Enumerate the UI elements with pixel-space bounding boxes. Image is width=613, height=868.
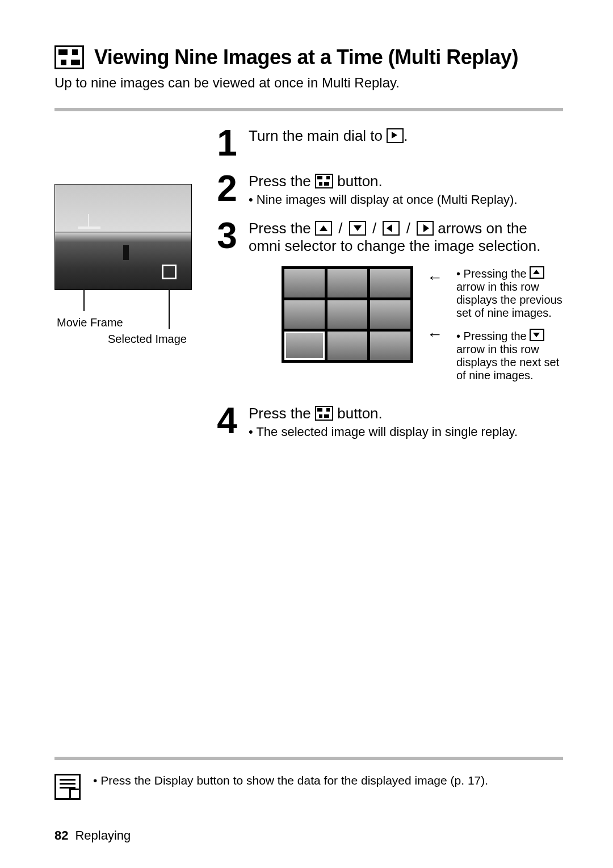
step-3: 3 Press the / / / arrows on the omni sel… xyxy=(216,220,563,391)
note-down: Pressing the arrow in this row displays … xyxy=(456,329,563,382)
step-4: 4 Press the button. The selected image w… xyxy=(216,405,563,439)
caption-movie-frame: Movie Frame xyxy=(57,316,204,329)
step-number: 1 xyxy=(216,127,238,160)
separator xyxy=(54,108,563,111)
page-footer: 82Replaying xyxy=(54,828,131,843)
caption-selected-image: Selected Image xyxy=(108,333,204,346)
right-column: 1 Turn the main dial to . 2 Press the bu… xyxy=(216,127,563,452)
pointer-left-icon: ← xyxy=(423,270,446,286)
step-number: 2 xyxy=(216,173,238,207)
intro-text: Up to nine images can be viewed at once … xyxy=(54,75,563,91)
page-number: 82 xyxy=(54,828,68,842)
pointer-arrows: ← ← xyxy=(423,266,446,342)
step-bullet: Nine images will display at once (Multi … xyxy=(249,192,563,207)
note-text: Press the Display button to show the dat… xyxy=(93,774,488,787)
step-bullet: The selected image will display in singl… xyxy=(249,425,563,439)
down-arrow-icon xyxy=(349,221,366,236)
note-up: Pressing the arrow in this row displays … xyxy=(456,266,563,320)
step-text: Press the / / / arrows on the omni selec… xyxy=(249,220,541,254)
note-icon xyxy=(54,774,81,800)
pointer-left-icon: ← xyxy=(423,326,446,342)
step-text: Press the button. xyxy=(249,405,383,422)
selected-thumbnail xyxy=(284,332,325,360)
content: Movie Frame Selected Image 1 Turn the ma… xyxy=(54,127,563,452)
multi-replay-button-icon xyxy=(315,174,333,188)
page-title: Viewing Nine Images at a Time (Multi Rep… xyxy=(94,45,518,69)
step-text: Turn the main dial to . xyxy=(249,127,408,144)
step-1: 1 Turn the main dial to . xyxy=(216,127,563,160)
separator xyxy=(54,757,563,760)
section-name: Replaying xyxy=(75,828,131,842)
multi-replay-icon xyxy=(54,45,84,69)
up-arrow-icon xyxy=(530,266,544,279)
bottom-note: Press the Display button to show the dat… xyxy=(54,774,563,800)
example-photo xyxy=(54,184,192,290)
multi-replay-button-icon xyxy=(315,406,333,421)
manual-page: Viewing Nine Images at a Time (Multi Rep… xyxy=(0,0,613,868)
title-row: Viewing Nine Images at a Time (Multi Rep… xyxy=(54,45,563,69)
left-arrow-icon xyxy=(383,221,400,236)
step-number: 4 xyxy=(216,405,238,439)
thumbnail-grid xyxy=(282,266,413,363)
step-number: 3 xyxy=(216,220,238,391)
thumbnail-diagram: ← ← Pressing the arrow in this row displ… xyxy=(282,266,563,391)
up-arrow-icon xyxy=(315,221,332,236)
right-arrow-icon xyxy=(417,221,434,236)
selection-cursor-icon xyxy=(162,265,177,279)
left-column: Movie Frame Selected Image xyxy=(54,127,204,452)
step-text: Press the button. xyxy=(249,173,383,190)
side-notes: Pressing the arrow in this row displays … xyxy=(456,266,563,391)
down-arrow-icon xyxy=(530,329,544,341)
playback-mode-icon xyxy=(387,128,404,143)
step-2: 2 Press the button. Nine images will dis… xyxy=(216,173,563,207)
